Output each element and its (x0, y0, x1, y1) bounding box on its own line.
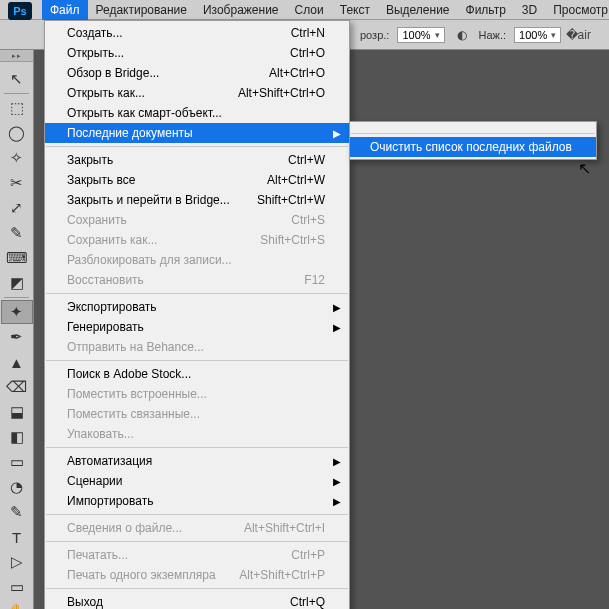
tool-20[interactable]: ▭ (1, 575, 33, 599)
flow-field[interactable]: 100% (514, 27, 561, 43)
menu-item[interactable]: Закрыть всеAlt+Ctrl+W (45, 170, 349, 190)
tool-1[interactable]: ⬚ (1, 96, 33, 120)
menu-item[interactable]: ЗакрытьCtrl+W (45, 150, 349, 170)
menu-item: Сведения о файле...Alt+Shift+Ctrl+I (45, 518, 349, 538)
tool-6[interactable]: ✎ (1, 221, 33, 245)
menu-separator (46, 541, 348, 542)
menu-item-label: Поместить связанные... (67, 407, 325, 421)
tool-11[interactable]: ▲ (1, 350, 33, 374)
tool-17[interactable]: ✎ (1, 500, 33, 524)
menu-фильтр[interactable]: Фильтр (458, 0, 514, 20)
menu-item-shortcut: Alt+Ctrl+W (255, 173, 325, 187)
menu-separator (46, 447, 348, 448)
menu-item[interactable]: Обзор в Bridge...Alt+Ctrl+O (45, 63, 349, 83)
menu-item[interactable]: Сценарии▶ (45, 471, 349, 491)
tool-icon: ✧ (10, 149, 23, 167)
tool-separator (4, 93, 29, 94)
menu-item[interactable]: Создать...Ctrl+N (45, 23, 349, 43)
menu-редактирование[interactable]: Редактирование (88, 0, 195, 20)
tool-12[interactable]: ⌫ (1, 375, 33, 399)
tool-4[interactable]: ✂ (1, 171, 33, 195)
menu-item[interactable]: Открыть как...Alt+Shift+Ctrl+O (45, 83, 349, 103)
toolbox-header: ▸▸ (0, 50, 34, 62)
menu-item: Упаковать... (45, 424, 349, 444)
menu-item-label: Создать... (67, 26, 279, 40)
menu-текст[interactable]: Текст (332, 0, 378, 20)
menu-слои[interactable]: Слои (287, 0, 332, 20)
recent-file-item[interactable] (350, 124, 596, 130)
tool-19[interactable]: ▷ (1, 550, 33, 574)
menu-item[interactable]: Автоматизация▶ (45, 451, 349, 471)
menu-item[interactable]: Открыть как смарт-объект... (45, 103, 349, 123)
menu-item: ВосстановитьF12 (45, 270, 349, 290)
menu-item-shortcut: Shift+Ctrl+S (248, 233, 325, 247)
menu-item-label: Сценарии (67, 474, 325, 488)
menu-item-label: Последние документы (67, 126, 325, 140)
app-logo: Ps (8, 2, 32, 20)
menu-separator (46, 514, 348, 515)
tool-icon: ⬓ (10, 403, 24, 421)
menu-item[interactable]: Генерировать▶ (45, 317, 349, 337)
menu-item-shortcut: Alt+Shift+Ctrl+I (232, 521, 325, 535)
menu-item-label: Выход (67, 595, 278, 609)
file-menu-dropdown: Создать...Ctrl+NОткрыть...Ctrl+OОбзор в … (44, 20, 350, 609)
tool-icon: ⌫ (6, 378, 27, 396)
menu-separator (46, 588, 348, 589)
tool-5[interactable]: ⤢ (1, 196, 33, 220)
menu-item[interactable]: Последние документы▶ (45, 123, 349, 143)
menu-выделение[interactable]: Выделение (378, 0, 458, 20)
menu-item: Отправить на Behance... (45, 337, 349, 357)
opacity-field[interactable]: 100% (397, 27, 444, 43)
tool-9[interactable]: ✦ (1, 300, 33, 324)
tool-icon: ✦ (10, 303, 23, 321)
tool-icon: ⬚ (10, 99, 24, 117)
flow-label: Наж.: (479, 29, 507, 41)
menu-item-label: Генерировать (67, 320, 325, 334)
menu-separator (46, 146, 348, 147)
tool-13[interactable]: ⬓ (1, 400, 33, 424)
tool-18[interactable]: T (1, 525, 33, 549)
menu-item[interactable]: Поиск в Adobe Stock... (45, 364, 349, 384)
clear-recent-files[interactable]: Очистить список последних файлов (350, 137, 596, 157)
menu-item-label: Открыть как... (67, 86, 226, 100)
menu-просмотр[interactable]: Просмотр (545, 0, 609, 20)
tool-icon: ▭ (10, 453, 24, 471)
menu-item[interactable]: ВыходCtrl+Q (45, 592, 349, 609)
menu-item-shortcut: Shift+Ctrl+W (245, 193, 325, 207)
menu-файл[interactable]: Файл (42, 0, 88, 20)
submenu-arrow-icon: ▶ (333, 302, 341, 313)
menu-item-shortcut: Alt+Shift+Ctrl+P (227, 568, 325, 582)
menu-item[interactable]: Закрыть и перейти в Bridge...Shift+Ctrl+… (45, 190, 349, 210)
tool-16[interactable]: ◔ (1, 475, 33, 499)
tool-8[interactable]: ◩ (1, 271, 33, 295)
recent-documents-submenu: Очистить список последних файлов (349, 121, 597, 160)
tool-icon: ✂ (10, 174, 23, 192)
menu-item-shortcut: Ctrl+P (279, 548, 325, 562)
menu-item: Поместить связанные... (45, 404, 349, 424)
menu-item-label: Импортировать (67, 494, 325, 508)
tool-icon: ✋ (7, 603, 26, 609)
tool-icon: ▲ (9, 354, 24, 371)
menu-3d[interactable]: 3D (514, 0, 545, 20)
menu-изображение[interactable]: Изображение (195, 0, 287, 20)
menu-item-label: Закрыть все (67, 173, 255, 187)
tool-14[interactable]: ◧ (1, 425, 33, 449)
tool-3[interactable]: ✧ (1, 146, 33, 170)
menu-item[interactable]: Экспортировать▶ (45, 297, 349, 317)
menu-item: СохранитьCtrl+S (45, 210, 349, 230)
menu-item-label: Сохранить (67, 213, 279, 227)
menu-item[interactable]: Импортировать▶ (45, 491, 349, 511)
tool-10[interactable]: ✒ (1, 325, 33, 349)
tool-2[interactable]: ◯ (1, 121, 33, 145)
pressure-opacity-icon[interactable]: ◐ (453, 26, 471, 44)
tool-7[interactable]: ⌨ (1, 246, 33, 270)
tool-21[interactable]: ✋ (1, 600, 33, 609)
menu-item-shortcut: F12 (292, 273, 325, 287)
airbrush-icon[interactable]: �air (569, 26, 587, 44)
menu-item[interactable]: Открыть...Ctrl+O (45, 43, 349, 63)
tool-15[interactable]: ▭ (1, 450, 33, 474)
menu-item-label: Сохранить как... (67, 233, 248, 247)
menu-item-label: Обзор в Bridge... (67, 66, 257, 80)
tool-0[interactable]: ↖ (1, 67, 33, 91)
tool-icon: T (12, 529, 21, 546)
